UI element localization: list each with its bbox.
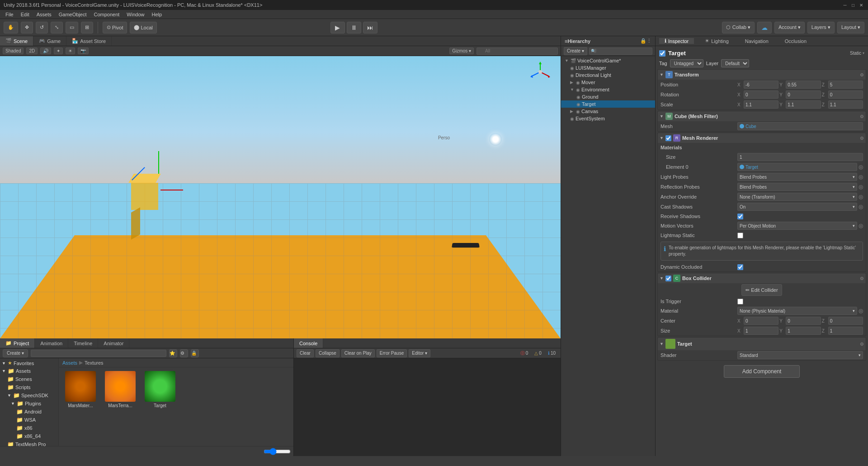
tree-item-x86_64[interactable]: 📁 x86_64	[0, 432, 58, 440]
anchor-override-dot[interactable]: ◎	[859, 194, 863, 200]
hierarchy-menu-icon[interactable]: ⋮	[646, 38, 651, 44]
box-collider-active-checkbox[interactable]	[665, 276, 671, 281]
hierarchy-lock-icon[interactable]: 🔒	[640, 38, 646, 44]
motion-vectors-dot[interactable]: ◎	[859, 223, 863, 229]
is-trigger-checkbox[interactable]	[737, 299, 743, 304]
mesh-renderer-active-checkbox[interactable]	[665, 135, 671, 141]
layer-dropdown[interactable]: Default	[721, 59, 749, 67]
console-collapse-button[interactable]: Collapse	[316, 349, 340, 357]
tree-item-speechsdk[interactable]: ▼ 📁 SpeechSDK	[0, 391, 58, 399]
tree-item-x86[interactable]: 📁 x86	[0, 424, 58, 432]
hier-eventsystem[interactable]: ◉ EventSystem	[561, 115, 655, 122]
project-star-button[interactable]: ⭐	[169, 349, 177, 357]
reflection-probes-dot[interactable]: ◎	[859, 184, 863, 190]
mesh-obj-ref[interactable]: Cube	[737, 122, 863, 130]
element0-ref[interactable]: Target	[737, 163, 857, 171]
material-settings-icon[interactable]: ⚙	[860, 342, 864, 347]
collider-size-z-input[interactable]	[828, 327, 863, 335]
layout-dropdown[interactable]: Layout ▾	[837, 22, 864, 33]
multi-tool-button[interactable]: ⊞	[81, 22, 93, 33]
center-x-input[interactable]	[744, 317, 778, 325]
rect-tool-button[interactable]: ▭	[66, 22, 78, 33]
tree-item-scenes[interactable]: 📁 Scenes	[0, 375, 58, 383]
center-z-input[interactable]	[828, 317, 863, 325]
material-header[interactable]: ▼ Target ⚙	[658, 338, 866, 350]
hier-target[interactable]: ◉ Target	[561, 100, 655, 108]
tab-scene[interactable]: 🎬 Scene	[0, 36, 33, 46]
tree-item-scripts[interactable]: 📁 Scripts	[0, 383, 58, 391]
menu-help[interactable]: Help	[148, 11, 165, 18]
2d-button[interactable]: 2D	[26, 48, 38, 54]
hier-mover[interactable]: ▶ ◉ Mover	[561, 79, 655, 86]
hier-environment[interactable]: ▼ ◉ Environment	[561, 86, 655, 93]
tab-animator[interactable]: Animator	[98, 338, 129, 348]
project-settings-button[interactable]: ⚙	[180, 349, 188, 357]
asset-size-slider[interactable]	[264, 448, 291, 455]
transform-header[interactable]: ▼ T Transform ⚙	[658, 70, 866, 80]
tab-timeline[interactable]: Timeline	[68, 338, 98, 348]
move-tool-button[interactable]: ✥	[21, 22, 33, 33]
tab-occlusion[interactable]: Occlusion	[779, 38, 812, 44]
tree-item-android[interactable]: 📁 Android	[0, 408, 58, 416]
fx-button[interactable]: ✦	[54, 48, 63, 54]
receive-shadows-checkbox[interactable]	[737, 214, 743, 219]
box-collider-header[interactable]: ▼ C Box Collider ⚙	[658, 273, 866, 283]
collider-material-dot[interactable]: ◎	[859, 308, 863, 314]
asset-target[interactable]: Target	[142, 371, 178, 408]
maximize-button[interactable]: □	[850, 2, 856, 8]
hand-tool-button[interactable]: ✋	[4, 22, 18, 33]
tab-asset-store[interactable]: 🏪 Asset Store	[66, 36, 112, 46]
rotate-tool-button[interactable]: ↺	[36, 22, 48, 33]
center-y-input[interactable]	[786, 317, 821, 325]
mesh-filter-settings-icon[interactable]: ⚙	[860, 114, 864, 119]
scene-gizmo[interactable]	[529, 61, 552, 83]
step-button[interactable]: ⏭	[363, 22, 377, 33]
minimize-button[interactable]: ─	[842, 2, 848, 8]
position-x-input[interactable]	[744, 81, 778, 89]
hier-directional-light[interactable]: ◉ Directional Light	[561, 71, 655, 79]
hierarchy-search-input[interactable]	[589, 48, 652, 55]
mesh-filter-header[interactable]: ▼ M Cube (Mesh Filter) ⚙	[658, 111, 866, 121]
add-component-button[interactable]: Add Component	[724, 365, 800, 378]
tree-item-assets[interactable]: ▼ 📁 Assets	[0, 367, 58, 375]
lightmap-static-checkbox[interactable]	[737, 233, 743, 238]
rotation-z-input[interactable]	[828, 90, 863, 99]
edit-collider-button[interactable]: ✏ Edit Collider	[741, 284, 782, 296]
menu-component[interactable]: Component	[90, 11, 123, 18]
collider-size-y-input[interactable]	[786, 327, 821, 335]
console-clearonplay-button[interactable]: Clear on Play	[341, 349, 375, 357]
scale-x-input[interactable]	[744, 100, 778, 109]
light-probes-dot[interactable]: ◎	[859, 174, 863, 180]
local-button[interactable]: ⬤ Local	[130, 22, 156, 33]
dynamic-occluded-checkbox[interactable]	[737, 264, 743, 270]
box-collider-settings-icon[interactable]: ⚙	[860, 276, 864, 281]
tab-console[interactable]: Console	[294, 338, 323, 348]
tab-navigation[interactable]: Navigation	[740, 38, 774, 44]
project-lock-button[interactable]: 🔒	[191, 349, 199, 357]
motion-vectors-dropdown[interactable]: Per Object Motion ▾	[737, 222, 857, 230]
mesh-renderer-header[interactable]: ▼ R Mesh Renderer ⚙	[658, 133, 866, 143]
scene-viewport[interactable]: Perso	[0, 56, 561, 338]
project-search-input[interactable]	[31, 350, 166, 357]
object-active-checkbox[interactable]	[659, 50, 665, 57]
scale-y-input[interactable]	[786, 100, 821, 109]
play-button[interactable]: ▶	[330, 22, 345, 33]
collider-size-x-input[interactable]	[744, 327, 778, 335]
menu-window[interactable]: Window	[123, 11, 148, 18]
cloud-button[interactable]: ☁	[757, 22, 772, 33]
tree-item-wsa[interactable]: 📁 WSA	[0, 416, 58, 424]
scale-z-input[interactable]	[828, 100, 863, 109]
collider-material-dropdown[interactable]: None (Physic Material) ▾	[737, 307, 857, 315]
tab-project[interactable]: 📁 Project	[0, 338, 35, 348]
position-z-input[interactable]	[828, 81, 863, 89]
close-button[interactable]: ✕	[858, 2, 864, 8]
console-errorpause-button[interactable]: Error Pause	[377, 349, 407, 357]
hier-canvas[interactable]: ▶ ◉ Canvas	[561, 108, 655, 115]
console-clear-button[interactable]: Clear	[297, 349, 314, 357]
position-y-input[interactable]	[786, 81, 821, 89]
menu-gameobject[interactable]: GameObject	[55, 11, 90, 18]
scene-search-input[interactable]	[476, 48, 558, 55]
mesh-renderer-settings-icon[interactable]: ⚙	[860, 136, 864, 141]
hier-ground[interactable]: ◉ Ground	[561, 93, 655, 100]
light-probes-dropdown[interactable]: Blend Probes ▾	[737, 173, 857, 181]
